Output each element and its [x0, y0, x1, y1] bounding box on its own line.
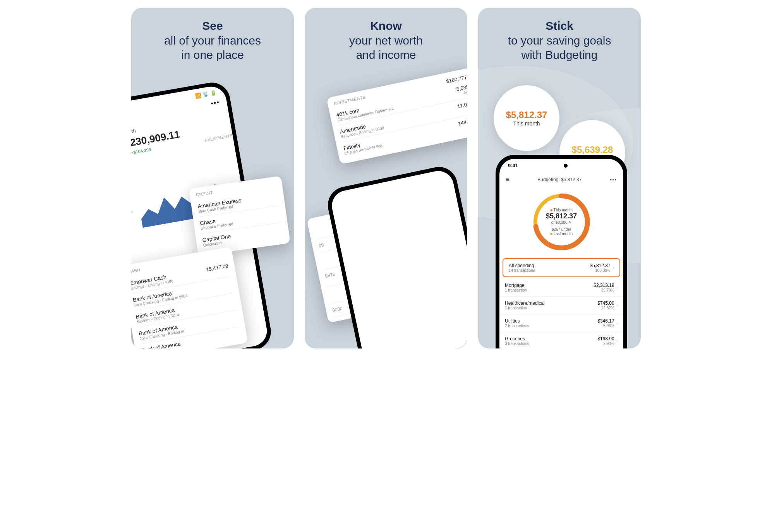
chevron-right-icon: ›	[617, 339, 618, 343]
headline-rest: to your saving goals with Budgeting	[508, 34, 611, 62]
headline-bold: See	[202, 19, 223, 32]
signal-icon: 📶	[194, 92, 201, 99]
category-sub: 2 transactions	[505, 324, 529, 328]
chevron-right-icon: ›	[617, 321, 618, 325]
donut-this-label: This month	[554, 208, 573, 212]
bubble-this-amount: $5,812.37	[506, 110, 547, 120]
headline: Know your net worth and income	[305, 19, 467, 62]
headline: Stick to your saving goals with Budgetin…	[478, 19, 641, 62]
category-pct: 5.96%	[597, 324, 614, 328]
txn-left: 0000	[332, 305, 343, 313]
category-name: Mortgage	[505, 283, 527, 288]
y-tick: $2M	[131, 210, 134, 215]
category-name: Utilities	[505, 318, 529, 324]
headline-bold: Know	[370, 19, 402, 32]
donut-amount: $5,812.37	[546, 212, 577, 220]
chevron-right-icon: ›	[613, 266, 614, 270]
wifi-icon: 📡	[202, 91, 209, 98]
category-row[interactable]: Utilities2 transactions$346.175.96%›	[499, 314, 623, 332]
category-amount: $745.00	[597, 300, 614, 306]
phone-screen	[329, 168, 467, 348]
headline: See all of your finances in one place	[131, 19, 294, 62]
category-sub: 1 transaction	[505, 288, 527, 292]
category-row[interactable]: All spending14 transactions$5,812.37100.…	[503, 258, 620, 277]
category-amount: $2,313.19	[594, 283, 614, 288]
category-name: Healthcare/medical	[505, 300, 545, 306]
category-amount: $346.17	[597, 318, 614, 324]
category-sub: 14 transactions	[509, 268, 535, 273]
category-sub: 1 transaction	[505, 306, 545, 310]
category-amount: $5,812.37	[590, 263, 610, 268]
txn-left: 09	[318, 242, 324, 249]
category-sub: 3 transactions	[505, 342, 529, 346]
headline-rest: your net worth and income	[349, 34, 423, 62]
category-pct: 39.79%	[594, 288, 614, 292]
camera-notch	[564, 164, 568, 168]
category-row[interactable]: Healthcare/medical1 transaction$745.0012…	[499, 297, 623, 314]
donut-last-label: Last month	[554, 232, 573, 236]
menu-icon[interactable]: ≡	[506, 176, 509, 183]
credit-card-list: CREDIT American ExpressBlue Cash Preferr…	[189, 176, 290, 256]
donut-chart: ■ This month $5,812.37 of $8,000 ✎ $267 …	[499, 187, 623, 257]
category-pct: 2.90%	[597, 342, 614, 346]
category-pct: 12.82%	[597, 306, 614, 310]
account-amount: 144,694.30	[458, 116, 467, 127]
txn-left: 9876	[324, 271, 336, 283]
promo-panel-budgeting: Stick to your saving goals with Budgetin…	[478, 8, 641, 348]
headline-rest: all of your finances in one place	[164, 34, 261, 62]
category-amount: $168.90	[597, 336, 614, 342]
bubble-this-month: $5,812.37 This month	[494, 85, 559, 151]
phone-screen: 9:41 ≡ Budgeting: $5,812.37 ••• ■ This m…	[499, 159, 623, 348]
donut-of: of $8,000 ✎	[551, 220, 572, 225]
txn-left	[321, 257, 323, 266]
cash-card-list: CASH Empower CashSavings - Ending in 436…	[131, 247, 248, 348]
promo-panel-finances: See all of your finances in one place 9:…	[131, 8, 294, 348]
donut-under: $267 under	[552, 227, 571, 232]
budget-header: ≡ Budgeting: $5,812.37 •••	[499, 172, 623, 187]
chevron-right-icon: ›	[617, 303, 618, 307]
investments-card: INVESTMENTS $160,777.34 401k.comCarmicha…	[326, 66, 467, 164]
phone-frame	[324, 163, 467, 348]
account-amount: 15,477.09	[206, 263, 229, 273]
category-name: All spending	[509, 263, 535, 268]
battery-icon: 🔋	[210, 89, 217, 96]
headline-bold: Stick	[546, 19, 573, 32]
status-icons: 📶 📡 🔋	[194, 89, 217, 99]
edit-icon[interactable]: ✎	[568, 220, 571, 225]
promo-panel-networth: Know your net worth and income INVESTMEN…	[305, 8, 467, 348]
category-pct: 100.00%	[590, 268, 610, 273]
bubble-last-amount: $5,639.28	[572, 144, 613, 155]
phone-frame: 9:41 ≡ Budgeting: $5,812.37 ••• ■ This m…	[496, 155, 627, 348]
category-row[interactable]: Mortgage1 transaction$2,313.1939.79%›	[499, 279, 623, 297]
more-icon[interactable]: •••	[610, 177, 617, 182]
category-row[interactable]: Groceries3 transactions$168.902.90%›	[499, 332, 623, 348]
txn-left	[328, 291, 330, 300]
chevron-right-icon: ›	[617, 285, 618, 290]
donut-center: ■ This month $5,812.37 of $8,000 ✎ $267 …	[530, 191, 592, 253]
category-name: Groceries	[505, 336, 529, 342]
status-time: 9:41	[508, 163, 518, 168]
status-bar: 9:41	[499, 159, 623, 172]
budget-title: Budgeting: $5,812.37	[537, 177, 582, 182]
bubble-this-label: This month	[513, 120, 540, 127]
